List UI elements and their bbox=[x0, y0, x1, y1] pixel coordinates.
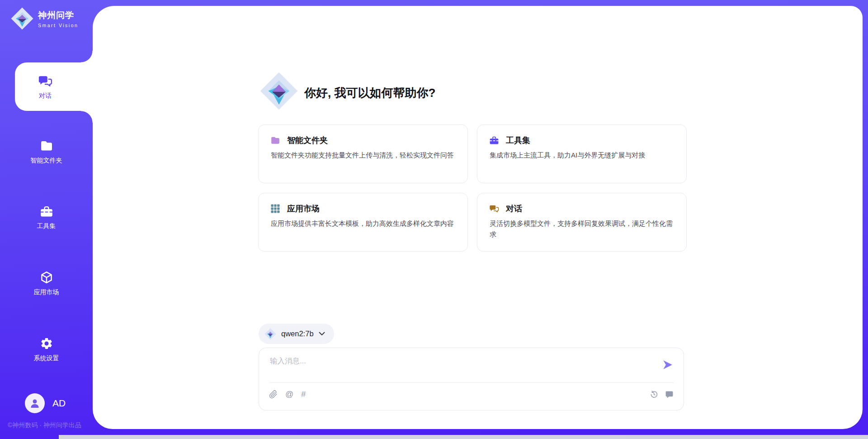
send-button[interactable] bbox=[662, 359, 674, 371]
folder-icon bbox=[40, 139, 53, 153]
card-title: 智能文件夹 bbox=[287, 135, 328, 146]
model-logo-icon bbox=[264, 328, 276, 340]
tab-curve-top bbox=[81, 51, 93, 62]
gear-icon bbox=[40, 337, 53, 350]
card-toolbox[interactable]: 工具集 集成市场上主流工具，助力AI与外界无缝扩展与对接 bbox=[477, 124, 687, 183]
composer-divider bbox=[269, 382, 674, 383]
window-bottom-strip bbox=[59, 435, 868, 439]
sidebar-item-label: 智能文件夹 bbox=[31, 157, 62, 165]
model-name: qwen2:7b bbox=[281, 329, 314, 338]
composer-toolbar: @ # bbox=[269, 390, 674, 399]
cube-icon bbox=[40, 271, 53, 284]
card-description: 灵活切换多模型文件，支持多样回复效果调试，满足个性化需求 bbox=[490, 218, 675, 240]
sidebar-item-app-market[interactable]: 应用市场 bbox=[0, 264, 93, 303]
hero-logo-icon bbox=[260, 72, 298, 110]
folder-icon bbox=[270, 135, 280, 145]
sidebar-item-settings[interactable]: 系统设置 bbox=[0, 330, 93, 369]
chat-icon bbox=[38, 74, 52, 88]
grid-icon bbox=[270, 204, 280, 214]
sidebar-item-label: 工具集 bbox=[37, 222, 56, 230]
sidebar-item-chat[interactable]: 对话 bbox=[15, 62, 93, 111]
card-title: 工具集 bbox=[506, 135, 530, 146]
card-description: 应用市场提供丰富长文本模板，助力高效生成多样化文章内容 bbox=[271, 218, 456, 229]
message-composer: @ # bbox=[259, 348, 684, 410]
user-profile[interactable]: AD bbox=[25, 393, 66, 413]
sidebar-item-label: 对话 bbox=[39, 92, 52, 100]
chat-square-icon bbox=[665, 390, 674, 399]
message-input[interactable] bbox=[270, 356, 650, 378]
brand-subtitle: Smart Vision bbox=[38, 23, 78, 28]
card-app-market[interactable]: 应用市场 应用市场提供丰富长文本模板，助力高效生成多样化文章内容 bbox=[258, 193, 468, 252]
card-smart-folder[interactable]: 智能文件夹 智能文件夹功能支持批量文件上传与清洗，轻松实现文件问答 bbox=[258, 124, 468, 183]
brand-logo-icon bbox=[11, 7, 33, 30]
history-icon bbox=[650, 390, 658, 399]
card-description: 智能文件夹功能支持批量文件上传与清洗，轻松实现文件问答 bbox=[271, 150, 456, 161]
card-chat[interactable]: 对话 灵活切换多模型文件，支持多样回复效果调试，满足个性化需求 bbox=[477, 193, 687, 252]
toolbox-icon bbox=[40, 205, 53, 218]
paperclip-icon bbox=[269, 390, 278, 399]
copyright-text: ©神州数码 · 神州问学出品 bbox=[8, 421, 81, 429]
person-icon bbox=[29, 397, 41, 409]
sidebar-item-toolbox[interactable]: 工具集 bbox=[0, 198, 93, 237]
sidebar: 神州问学 Smart Vision 对话 智能文件夹 工具集 应用市场 系统设置… bbox=[0, 0, 93, 439]
sidebar-item-smart-folder[interactable]: 智能文件夹 bbox=[0, 132, 93, 171]
mention-button[interactable]: @ bbox=[285, 390, 293, 399]
chevron-down-icon bbox=[319, 332, 325, 336]
avatar bbox=[25, 393, 45, 413]
sidebar-item-label: 系统设置 bbox=[34, 354, 59, 363]
card-description: 集成市场上主流工具，助力AI与外界无缝扩展与对接 bbox=[490, 150, 675, 161]
attach-file-button[interactable] bbox=[269, 390, 278, 399]
card-title: 对话 bbox=[506, 203, 522, 214]
conversation-button[interactable] bbox=[665, 390, 674, 399]
main-panel: 你好, 我可以如何帮助你? 智能文件夹 智能文件夹功能支持批量文件上传与清洗，轻… bbox=[93, 6, 863, 429]
card-title: 应用市场 bbox=[287, 203, 320, 214]
tab-curve-bottom bbox=[81, 111, 93, 123]
history-button[interactable] bbox=[650, 390, 658, 399]
hashtag-button[interactable]: # bbox=[301, 390, 306, 399]
brand-name: 神州问学 bbox=[38, 10, 78, 21]
greeting-title: 你好, 我可以如何帮助你? bbox=[304, 85, 435, 101]
brand: 神州问学 Smart Vision bbox=[11, 7, 78, 30]
sidebar-item-label: 应用市场 bbox=[34, 288, 59, 296]
chat-icon bbox=[489, 204, 499, 214]
toolbox-icon bbox=[489, 135, 499, 145]
send-icon bbox=[662, 359, 674, 371]
model-selector[interactable]: qwen2:7b bbox=[259, 324, 334, 344]
user-initials: AD bbox=[52, 398, 66, 409]
